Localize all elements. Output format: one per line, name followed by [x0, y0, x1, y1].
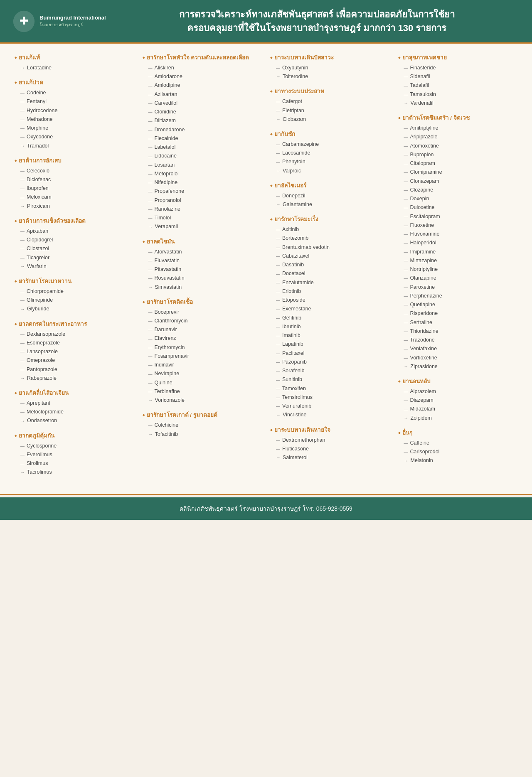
drug-item: Fosamprenavir — [148, 352, 262, 361]
drug-name: Clopidogrel — [27, 236, 53, 244]
drug-list-2-0: OxybutyninTolterodine — [270, 64, 390, 81]
drug-name: Diazepam — [410, 396, 433, 405]
drug-item: Pantoprazole — [20, 365, 134, 374]
drug-item: Labetalol — [148, 143, 262, 152]
drug-list-3-0: FinasterideSidenafilTadalafilTamsulosinV… — [398, 64, 518, 108]
drug-name: Cyclosporine — [27, 442, 57, 450]
drug-item: Cyclosporine — [20, 442, 134, 450]
drug-name: Atomoxetine — [410, 142, 439, 150]
drug-name: Lidocaine — [155, 152, 177, 160]
drug-name: Mirtazapine — [410, 256, 437, 265]
category-title-0-1: ยาแก้ปวด — [15, 79, 134, 87]
drug-item: Warfarin — [20, 262, 134, 271]
drug-name: Clozapine — [410, 186, 433, 194]
drug-name: Tamsulosin — [410, 90, 436, 99]
column-0: ยาแก้แพ้Loratadineยาแก้ปวดCodeineFentany… — [15, 54, 134, 484]
drug-item: Galantamine — [276, 200, 390, 209]
drug-list-1-2: BoceprevirClarithromycinDarunavirEfavire… — [143, 308, 262, 405]
drug-name: Apixaban — [27, 227, 48, 236]
drug-item: Clopidogrel — [20, 236, 134, 244]
drug-item: Bortezomib — [276, 234, 390, 243]
drug-name: Hydrocodone — [27, 106, 57, 115]
drug-name: Imipramine — [410, 248, 436, 256]
svg-text:✚: ✚ — [20, 15, 29, 26]
drug-item: Erlotinib — [276, 287, 390, 296]
category-title-0-7: ยากดภูมิคุ้มกัน — [15, 432, 134, 440]
category-3-3: อื่นๆCaffeineCarisoprodolMelatonin — [398, 429, 518, 465]
drug-item: Pitavastatin — [148, 265, 262, 274]
category-1-3: ยารักษาโรคเกาต์ / รูมาตอยด์ColchicineTof… — [143, 411, 262, 438]
drug-item: Imatinib — [276, 331, 390, 340]
drug-item: Perphenazine — [404, 292, 518, 300]
drug-item: Exemestane — [276, 305, 390, 313]
drug-name: Temsirolimus — [282, 393, 313, 402]
drug-item: Dexlansoprazole — [20, 330, 134, 339]
drug-name: Exemestane — [282, 305, 311, 313]
drug-name: Indinavir — [155, 361, 174, 369]
drug-item: Diclofenac — [20, 175, 134, 184]
drug-item: Ticagrelor — [20, 253, 134, 262]
drug-item: Sidenafil — [404, 72, 518, 81]
category-0-3: ยาต้านการแข็งตัวของเลือดApixabanClopidog… — [15, 217, 134, 271]
drug-name: Cafergot — [282, 97, 302, 106]
category-title-3-2: ยานอนหลับ — [398, 378, 518, 386]
drug-name: Olanzapine — [410, 274, 436, 283]
category-title-1-2: ยารักษาโรคติดเชื้อ — [143, 298, 262, 306]
columns-wrapper: ยาแก้แพ้Loratadineยาแก้ปวดCodeineFentany… — [15, 54, 517, 484]
drug-name: Pazopanib — [282, 358, 307, 366]
logo-icon: ✚ — [12, 10, 35, 33]
category-title-0-5: ยาลดกรดในกระเพาะอาหาร — [15, 320, 134, 328]
drug-item: Imipramine — [404, 248, 518, 256]
drug-name: Tramadol — [27, 142, 49, 150]
drug-name: Alprazolem — [410, 387, 436, 396]
category-0-0: ยาแก้แพ้Loratadine — [15, 54, 134, 72]
drug-item: Axitinib — [276, 225, 390, 234]
drug-item: Valproic — [276, 167, 390, 175]
drug-item: Fluoxetine — [404, 221, 518, 230]
drug-name: Clomipramine — [410, 168, 442, 177]
drug-item: Piroxicam — [20, 202, 134, 211]
drug-item: Finasteride — [404, 64, 518, 72]
drug-name: Lapatinib — [282, 340, 303, 349]
category-title-0-2: ยาต้านการอักเสบ — [15, 157, 134, 165]
drug-name: Esomeprazole — [27, 339, 60, 347]
category-title-3-1: ยาต้านโรคซึมเศร้า / จิตเวช — [398, 114, 518, 122]
drug-name: Nevirapine — [155, 369, 180, 378]
drug-name: Aprepitant — [27, 399, 50, 408]
category-2-5: ยาระบบทางเดินหายใจDextromethorphanFlutic… — [270, 426, 390, 462]
drug-item: Lidocaine — [148, 152, 262, 160]
drug-name: Ziprasidone — [411, 362, 438, 371]
drug-name: Labetalol — [155, 143, 176, 152]
drug-item: Aliskiren — [148, 64, 262, 72]
divider-bottom — [0, 494, 532, 495]
header-title: การตรวจวิเคราะห์ทางเภสัชพันธุศาสตร์ เพื่… — [114, 7, 520, 35]
drug-name: Tadalafil — [410, 81, 429, 90]
drug-list-1-1: AtorvastatinFluvastatinPitavastatinRosuv… — [143, 248, 262, 292]
category-title-3-3: อื่นๆ — [398, 429, 518, 437]
drug-item: Vincristine — [276, 411, 390, 419]
drug-name: Loratadine — [27, 64, 52, 72]
category-title-0-6: ยาแก้คลื่นไส้อาเจียน — [15, 389, 134, 397]
drug-name: Quinine — [155, 379, 172, 387]
drug-name: Sorafenib — [282, 366, 305, 375]
drug-list-0-3: ApixabanClopidogrelCilostazolTicagrelorW… — [15, 227, 134, 271]
drug-name: Lacosamide — [282, 149, 310, 157]
category-0-1: ยาแก้ปวดCodeineFentanylHydrocodoneMethad… — [15, 79, 134, 150]
drug-name: Colchicine — [155, 421, 179, 430]
drug-name: Verapamil — [155, 222, 178, 231]
drug-item: Haloperidol — [404, 239, 518, 247]
category-title-2-2: ยากันชัก — [270, 130, 390, 138]
category-2-3: ยาอัลไซเมอร์DonepezilGalantamine — [270, 182, 390, 209]
drug-item: Cafergot — [276, 97, 390, 106]
drug-item: Diazepam — [404, 396, 518, 405]
drug-name: Ibrutinib — [282, 322, 300, 331]
footer: คลินิกเภสัชพันธุศาสตร์ โรงพยาบาลบำรุงราษ… — [0, 497, 532, 520]
drug-name: Imatinib — [282, 331, 300, 340]
drug-item: Esomeprazole — [20, 339, 134, 347]
drug-item: Fentanyl — [20, 97, 134, 106]
drug-item: Atorvastatin — [148, 248, 262, 256]
drug-name: Donepezil — [282, 192, 305, 200]
drug-list-2-1: CafergotEletriptanClobazam — [270, 97, 390, 124]
drug-item: Apixaban — [20, 227, 134, 236]
drug-item: Salmeterol — [276, 453, 390, 462]
